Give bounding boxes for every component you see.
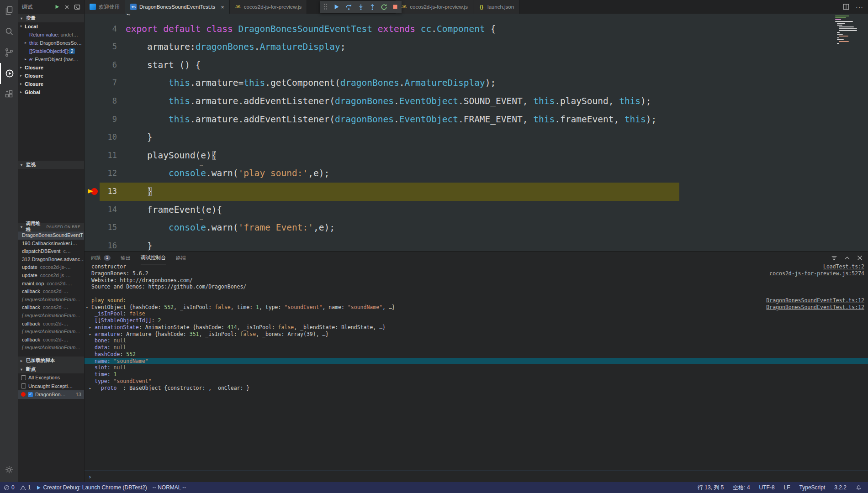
breakpoint-item[interactable]: DragonBon…13 xyxy=(18,390,84,399)
stack-frame[interactable]: [ requestAnimationFram… xyxy=(18,328,84,336)
step-out-button[interactable] xyxy=(369,4,376,10)
source-link[interactable]: DragonBonesSoundEventTest.ts:12 xyxy=(766,304,864,311)
extension-version[interactable]: 3.2.2 xyxy=(834,484,847,491)
debug-console-toggle-icon[interactable] xyxy=(74,4,80,10)
step-over-button[interactable] xyxy=(345,4,353,10)
line-number[interactable]: 7 xyxy=(85,74,117,92)
chevron-right-icon[interactable]: ▸ xyxy=(20,80,22,88)
breakpoint-checkbox[interactable] xyxy=(21,375,26,380)
editor-tab[interactable]: TSDragonBonesSoundEventTest.ts× xyxy=(125,0,230,14)
source-link[interactable]: cocos2d-js-for-preview.js:5274 xyxy=(769,270,864,277)
language-mode[interactable]: TypeScript xyxy=(799,484,826,491)
console-row[interactable]: data: null xyxy=(85,344,868,351)
section-header-call-stack[interactable]: ▾ 调用堆栈 PAUSED ON BRE… xyxy=(18,223,84,231)
problems-warnings[interactable]: 1 xyxy=(20,484,31,491)
indentation[interactable]: 空格: 4 xyxy=(733,484,750,492)
stack-frame[interactable]: [ requestAnimationFram… xyxy=(18,344,84,352)
panel-tab[interactable]: 问题1 xyxy=(91,252,111,264)
console-row[interactable]: ▸animationState: AnimationState {hashCod… xyxy=(85,324,868,331)
source-control-icon[interactable] xyxy=(0,42,18,63)
console-row[interactable]: bone: null xyxy=(85,337,868,344)
minimap[interactable] xyxy=(835,16,855,45)
console-row[interactable]: [[StableObjectId]]: 2 xyxy=(85,317,868,324)
chevron-right-icon[interactable]: ▸ xyxy=(89,331,91,338)
stop-button[interactable] xyxy=(392,4,398,10)
code-line[interactable]: 6 start () { xyxy=(85,56,868,74)
problems-errors[interactable]: 0 xyxy=(4,484,15,491)
eol[interactable]: LF xyxy=(784,484,790,491)
code-line[interactable]: 11 playSound(e){… xyxy=(85,147,868,165)
editor-tab[interactable]: JScocos2d-js-for-preview.js xyxy=(396,0,473,14)
breakpoint-current-line-icon[interactable] xyxy=(88,188,100,195)
stack-frame[interactable]: callbackcocos2d-… xyxy=(18,288,84,296)
close-panel-icon[interactable] xyxy=(857,255,863,261)
line-number[interactable]: 8 xyxy=(85,92,117,110)
stack-frame[interactable]: mainLoopcocos2d-… xyxy=(18,280,84,288)
debug-configure-gear-icon[interactable] xyxy=(64,4,70,10)
code-line[interactable]: 7 this.armature=this.getComponent(dragon… xyxy=(85,74,868,92)
line-number[interactable]: 14 xyxy=(85,201,117,219)
breakpoint-item[interactable]: All Exceptions xyxy=(18,373,84,382)
continue-button[interactable] xyxy=(333,4,340,10)
more-actions-icon[interactable]: ··· xyxy=(856,3,863,10)
code-line[interactable]: 13 } xyxy=(85,183,868,201)
cursor-position[interactable]: 行 13, 列 5 xyxy=(698,484,724,492)
output-filter-icon[interactable] xyxy=(831,255,837,261)
line-number[interactable]: 10 xyxy=(85,128,117,147)
section-header-breakpoints[interactable]: ▾ 断点 xyxy=(18,365,84,373)
stack-frame[interactable]: callbackcocos2d-… xyxy=(18,336,84,344)
stack-frame[interactable]: callbackcocos2d-… xyxy=(18,304,84,312)
chevron-down-icon[interactable]: ▾ xyxy=(86,304,88,311)
console-row[interactable]: ▸__proto__: BaseObject {constructor: , _… xyxy=(85,385,868,392)
variable-row[interactable]: ▸Closure xyxy=(18,63,84,72)
editor-tab[interactable]: 欢迎使用 xyxy=(85,0,125,14)
variable-row[interactable]: ▸Global xyxy=(18,88,84,96)
files-icon[interactable] xyxy=(0,0,18,21)
console-row[interactable]: Source and Demos: https://github.com/Dra… xyxy=(85,283,868,290)
stack-frame[interactable]: dispatchDBEventc… xyxy=(18,247,84,256)
breakpoint-item[interactable]: Uncaught Excepti… xyxy=(18,382,84,391)
variable-row[interactable]: [[StableObjectId]]:2 xyxy=(18,47,84,55)
line-number[interactable]: 16 xyxy=(85,237,117,251)
stack-frame[interactable]: 312.DragonBones.advanc… xyxy=(18,256,84,264)
line-number[interactable]: 15 xyxy=(85,219,117,237)
chevron-down-icon[interactable]: ▾ xyxy=(20,22,22,31)
search-icon[interactable] xyxy=(0,21,18,42)
stack-frame[interactable]: 190.CallbacksInvoker.i… xyxy=(18,240,84,248)
console-row[interactable]: ▾EventObject {hashCode: 552, _isInPool: … xyxy=(85,304,868,311)
line-number[interactable]: 12 xyxy=(85,164,117,183)
debug-launch-status[interactable]: Creator Debug: Launch Chrome (DBTest2) xyxy=(36,484,147,491)
chevron-right-icon[interactable]: ▸ xyxy=(25,55,26,63)
console-row[interactable]: _isInPool: false xyxy=(85,310,868,317)
panel-tab[interactable]: 调试控制台 xyxy=(141,252,166,264)
line-number[interactable]: 11 xyxy=(85,147,117,165)
notifications-bell[interactable] xyxy=(856,485,862,491)
stack-frame[interactable]: updatecocos2d-js-… xyxy=(18,263,84,272)
console-row[interactable] xyxy=(85,290,868,297)
console-row[interactable]: constructorLoadTest.ts:2 xyxy=(85,263,868,270)
variable-row[interactable]: ▸this: DragonBonesSo… xyxy=(18,39,84,47)
section-header-watch[interactable]: ▾ 监视 xyxy=(18,161,84,169)
debug-console-input[interactable]: › xyxy=(85,471,868,482)
tab-close-icon[interactable]: × xyxy=(221,4,224,10)
variable-row[interactable]: ▸Closure xyxy=(18,72,84,80)
console-row[interactable]: Website: http://dragonbones.com/ xyxy=(85,277,868,284)
step-into-button[interactable] xyxy=(358,4,364,10)
stack-frame[interactable]: [ requestAnimationFram… xyxy=(18,312,84,320)
chevron-right-icon[interactable]: ▸ xyxy=(20,63,22,72)
line-number[interactable]: 6 xyxy=(85,56,117,74)
code-line[interactable]: 12 console.warn('play sound:',e); xyxy=(85,164,868,183)
variable-row[interactable]: Return value: undef… xyxy=(18,31,84,39)
encoding[interactable]: UTF-8 xyxy=(759,484,775,491)
code-line[interactable]: 9 this.armature.addEventListener(dragonB… xyxy=(85,110,868,129)
panel-tab[interactable]: 终端 xyxy=(176,252,186,264)
panel-tab[interactable]: 输出 xyxy=(121,252,131,264)
source-link[interactable]: LoadTest.ts:2 xyxy=(823,263,864,270)
debug-icon[interactable] xyxy=(0,63,18,84)
console-row[interactable]: play sound:DragonBonesSoundEventTest.ts:… xyxy=(85,297,868,304)
chevron-right-icon[interactable]: ▸ xyxy=(89,325,91,331)
stack-frame[interactable]: callbackcocos2d-… xyxy=(18,320,84,328)
split-editor-icon[interactable] xyxy=(843,4,849,10)
stack-frame[interactable]: DragonBonesSoundEventT xyxy=(18,231,84,240)
code-line[interactable]: 3@ccclass xyxy=(85,14,868,20)
